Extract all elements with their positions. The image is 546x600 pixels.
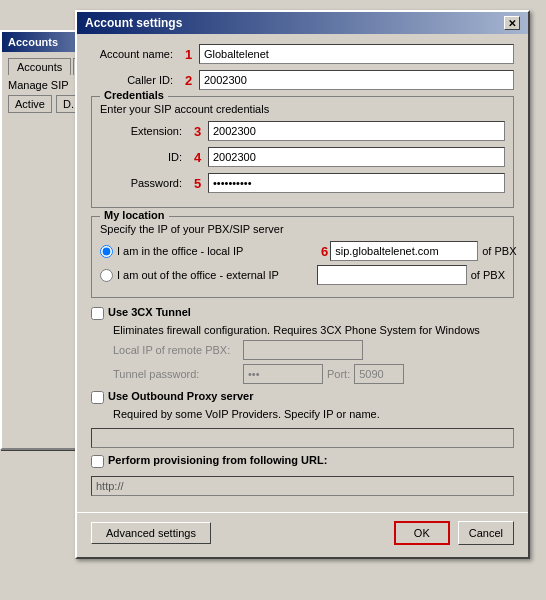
account-name-row: Account name: 1: [91, 44, 514, 64]
account-name-input[interactable]: [199, 44, 514, 64]
tunnel-pw-input: [243, 364, 323, 384]
tunnel-local-ip-input: [243, 340, 363, 360]
office-pbx-suffix: of PBX: [482, 245, 516, 257]
proxy-checkbox[interactable]: [91, 391, 104, 404]
caller-id-input[interactable]: [199, 70, 514, 90]
provision-checkbox[interactable]: [91, 455, 104, 468]
dialog-titlebar: Account settings ✕: [77, 12, 528, 34]
extension-input[interactable]: [208, 121, 505, 141]
password-row: Password: 5: [100, 173, 505, 193]
id-label: ID:: [100, 151, 190, 163]
office-ip-input[interactable]: [330, 241, 478, 261]
tab-accounts[interactable]: Accounts: [8, 58, 71, 75]
id-row: ID: 4: [100, 147, 505, 167]
tunnel-port-input: [354, 364, 404, 384]
provision-check-row: Perform provisioning from following URL:: [91, 454, 514, 468]
dialog-body: Account name: 1 Caller ID: 2 Credentials…: [77, 34, 528, 512]
radio-office-label: I am in the office - local IP: [117, 245, 317, 257]
tunnel-checkbox[interactable]: [91, 307, 104, 320]
marker-1: 1: [185, 47, 199, 62]
external-ip-input[interactable]: [317, 265, 467, 285]
account-settings-dialog: Account settings ✕ Account name: 1 Calle…: [75, 10, 530, 559]
accounts-title: Accounts: [8, 36, 58, 48]
marker-2: 2: [185, 73, 199, 88]
marker-4: 4: [194, 150, 208, 165]
tunnel-pw-label: Tunnel password:: [113, 368, 243, 380]
external-pbx-suffix: of PBX: [471, 269, 505, 281]
marker-3: 3: [194, 124, 208, 139]
tunnel-fields: Local IP of remote PBX: Tunnel password:…: [113, 340, 514, 384]
proxy-check-row: Use Outbound Proxy server: [91, 390, 514, 404]
tunnel-pw-row: Tunnel password: Port:: [113, 364, 514, 384]
extension-label: Extension:: [100, 125, 190, 137]
location-legend: My location: [100, 209, 169, 221]
radio-external[interactable]: [100, 269, 113, 282]
radio-office-row: I am in the office - local IP 6 of PBX: [100, 241, 505, 261]
tab-active[interactable]: Active: [8, 95, 52, 113]
ok-button[interactable]: OK: [394, 521, 450, 545]
password-label: Password:: [100, 177, 190, 189]
radio-external-row: I am out of the office - external IP of …: [100, 265, 505, 285]
proxy-input: [91, 428, 514, 448]
dialog-title: Account settings: [85, 16, 182, 30]
tunnel-check-row: Use 3CX Tunnel: [91, 306, 514, 320]
provision-section: Perform provisioning from following URL:: [91, 454, 514, 496]
location-desc: Specify the IP of your PBX/SIP server: [100, 223, 505, 235]
tunnel-section: Use 3CX Tunnel Eliminates firewall confi…: [91, 306, 514, 384]
footer-left: Advanced settings: [91, 522, 211, 544]
tunnel-port-label: Port:: [327, 368, 350, 380]
proxy-check-label: Use Outbound Proxy server: [108, 390, 254, 402]
proxy-section: Use Outbound Proxy server Required by so…: [91, 390, 514, 448]
marker-5: 5: [194, 176, 208, 191]
dialog-close-button[interactable]: ✕: [504, 16, 520, 30]
radio-external-label: I am out of the office - external IP: [117, 269, 317, 281]
credentials-desc: Enter your SIP account credentials: [100, 103, 505, 115]
tunnel-local-ip-row: Local IP of remote PBX:: [113, 340, 514, 360]
extension-row: Extension: 3: [100, 121, 505, 141]
dialog-footer: Advanced settings OK Cancel: [77, 512, 528, 557]
proxy-desc: Required by some VoIP Providers. Specify…: [113, 408, 514, 420]
caller-id-label: Caller ID:: [91, 74, 181, 86]
tunnel-local-ip-label: Local IP of remote PBX:: [113, 344, 243, 356]
marker-6: 6: [321, 244, 328, 259]
password-input[interactable]: [208, 173, 505, 193]
tunnel-check-label: Use 3CX Tunnel: [108, 306, 191, 318]
credentials-group: Credentials Enter your SIP account crede…: [91, 96, 514, 208]
footer-right: OK Cancel: [394, 521, 514, 545]
location-group: My location Specify the IP of your PBX/S…: [91, 216, 514, 298]
credentials-legend: Credentials: [100, 89, 168, 101]
id-input[interactable]: [208, 147, 505, 167]
advanced-settings-button[interactable]: Advanced settings: [91, 522, 211, 544]
account-name-label: Account name:: [91, 48, 181, 60]
provision-input: [91, 476, 514, 496]
tunnel-desc: Eliminates firewall configuration. Requi…: [113, 324, 514, 336]
radio-office[interactable]: [100, 245, 113, 258]
caller-id-row: Caller ID: 2: [91, 70, 514, 90]
provision-check-label: Perform provisioning from following URL:: [108, 454, 327, 466]
cancel-button[interactable]: Cancel: [458, 521, 514, 545]
